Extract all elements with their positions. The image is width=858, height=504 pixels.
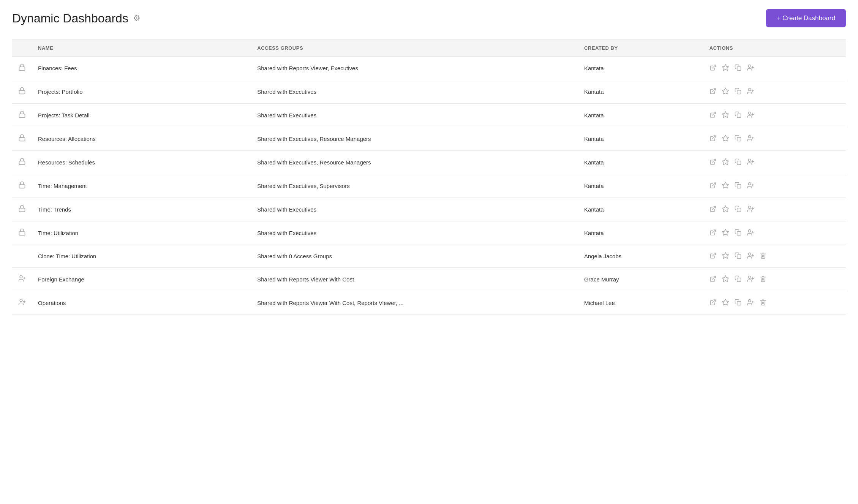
svg-line-8 (712, 88, 715, 92)
svg-point-46 (748, 206, 751, 209)
copy-icon[interactable] (735, 275, 741, 283)
share-icon[interactable] (747, 87, 754, 96)
row-icon-cell (12, 291, 32, 315)
favorite-icon[interactable] (722, 134, 729, 143)
svg-point-25 (748, 136, 751, 138)
access-groups: Shared with Reports Viewer With Cost, Re… (251, 291, 578, 315)
created-by: Kantata (578, 198, 703, 221)
svg-marker-23 (722, 135, 728, 141)
open-external-icon[interactable] (709, 111, 716, 119)
svg-line-22 (712, 136, 715, 139)
svg-line-1 (712, 65, 715, 68)
copy-icon[interactable] (735, 205, 741, 213)
created-by: Kantata (578, 104, 703, 127)
actions-cell (703, 268, 846, 291)
create-dashboard-button[interactable]: + Create Dashboard (766, 9, 846, 27)
svg-line-36 (712, 183, 715, 186)
actions-container (709, 87, 840, 96)
svg-point-32 (748, 159, 751, 162)
svg-line-65 (712, 276, 715, 279)
share-icon[interactable] (747, 134, 754, 143)
copy-icon[interactable] (735, 158, 741, 166)
open-external-icon[interactable] (709, 88, 716, 96)
favorite-icon[interactable] (722, 182, 729, 190)
open-external-icon[interactable] (709, 299, 716, 307)
svg-point-4 (748, 65, 751, 68)
svg-line-50 (712, 230, 715, 233)
copy-icon[interactable] (735, 135, 741, 143)
share-icon[interactable] (747, 229, 754, 237)
open-external-icon[interactable] (709, 252, 716, 260)
svg-rect-7 (19, 90, 25, 94)
copy-icon[interactable] (735, 182, 741, 190)
actions-container (709, 134, 840, 143)
svg-point-53 (748, 230, 751, 232)
share-icon[interactable] (747, 182, 754, 190)
row-icon-cell (12, 80, 32, 104)
open-external-icon[interactable] (709, 229, 716, 237)
favorite-icon[interactable] (722, 64, 729, 73)
svg-marker-66 (722, 276, 728, 282)
row-icon-cell (12, 245, 32, 268)
delete-icon[interactable] (760, 252, 766, 260)
col-created-by: CREATED BY (578, 40, 703, 57)
share-icon[interactable] (747, 158, 754, 167)
copy-icon[interactable] (735, 88, 741, 96)
open-external-icon[interactable] (709, 64, 716, 72)
created-by: Kantata (578, 57, 703, 80)
favorite-icon[interactable] (722, 229, 729, 237)
svg-marker-2 (722, 65, 728, 71)
actions-container (709, 229, 840, 237)
share-icon[interactable] (747, 275, 754, 284)
open-external-icon[interactable] (709, 275, 716, 283)
access-groups: Shared with Reports Viewer, Executives (251, 57, 578, 80)
copy-icon[interactable] (735, 299, 741, 307)
svg-line-15 (712, 112, 715, 115)
copy-icon[interactable] (735, 252, 741, 260)
open-external-icon[interactable] (709, 182, 716, 190)
svg-marker-75 (722, 299, 728, 305)
share-icon[interactable] (747, 64, 754, 73)
favorite-icon[interactable] (722, 205, 729, 214)
svg-rect-38 (737, 185, 741, 188)
favorite-icon[interactable] (722, 299, 729, 307)
dashboard-name: Time: Trends (32, 198, 251, 221)
svg-line-43 (712, 206, 715, 209)
favorite-icon[interactable] (722, 275, 729, 284)
access-groups: Shared with Executives (251, 80, 578, 104)
actions-cell (703, 57, 846, 80)
copy-icon[interactable] (735, 64, 741, 72)
svg-rect-52 (737, 232, 741, 235)
open-external-icon[interactable] (709, 205, 716, 213)
svg-point-59 (748, 253, 751, 256)
svg-rect-3 (737, 67, 741, 71)
row-icon-cell (12, 127, 32, 151)
open-external-icon[interactable] (709, 135, 716, 143)
access-groups: Shared with Executives, Resource Manager… (251, 127, 578, 151)
svg-rect-76 (737, 302, 741, 305)
share-icon[interactable] (747, 299, 754, 307)
favorite-icon[interactable] (722, 158, 729, 167)
share-icon[interactable] (747, 111, 754, 120)
settings-icon[interactable]: ⚙ (133, 13, 141, 23)
delete-icon[interactable] (760, 275, 766, 283)
favorite-icon[interactable] (722, 252, 729, 261)
delete-icon[interactable] (760, 299, 766, 307)
page-title: Dynamic Dashboards (12, 11, 128, 25)
actions-container (709, 182, 840, 190)
copy-icon[interactable] (735, 229, 741, 237)
lock-icon (18, 112, 26, 120)
row-icon-cell (12, 268, 32, 291)
actions-container (709, 205, 840, 214)
svg-point-11 (748, 88, 751, 91)
share-icon[interactable] (747, 205, 754, 214)
row-icon-cell (12, 174, 32, 198)
actions-cell (703, 245, 846, 268)
open-external-icon[interactable] (709, 158, 716, 166)
copy-icon[interactable] (735, 111, 741, 119)
favorite-icon[interactable] (722, 87, 729, 96)
svg-rect-67 (737, 278, 741, 282)
share-icon[interactable] (747, 252, 754, 261)
favorite-icon[interactable] (722, 111, 729, 120)
svg-rect-0 (19, 67, 25, 70)
